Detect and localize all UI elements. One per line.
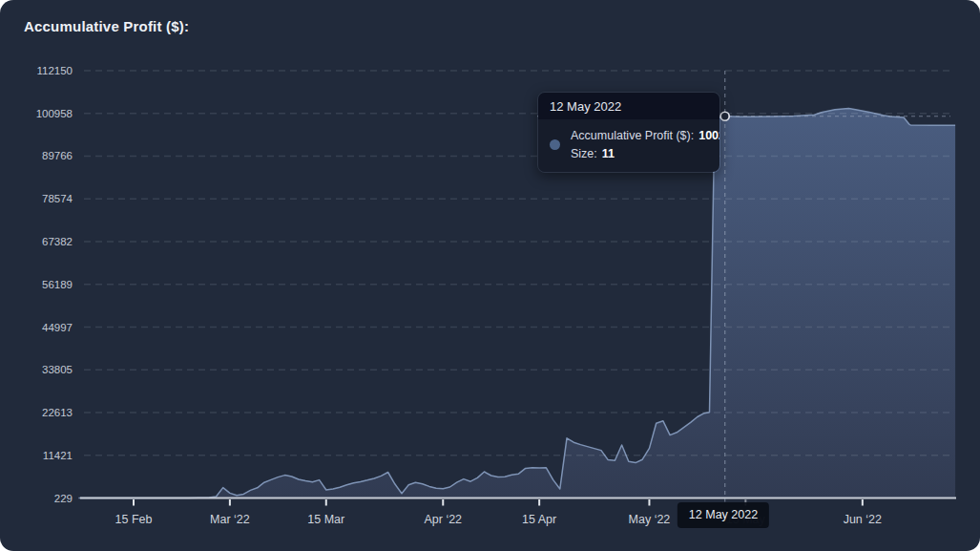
tooltip: 12 May 2022 Accumulative Profit ($):1002… xyxy=(537,92,720,173)
y-axis-label: 112150 xyxy=(36,65,73,76)
y-axis-label: 11421 xyxy=(43,450,73,461)
tooltip-profit-label: Accumulative Profit ($): xyxy=(571,129,694,142)
y-axis-label: 229 xyxy=(54,493,73,504)
tooltip-size-label: Size: xyxy=(571,147,597,160)
y-axis-label: 89766 xyxy=(42,150,73,161)
y-axis-label: 22613 xyxy=(42,407,73,418)
tooltip-row-profit: Accumulative Profit ($):100204 xyxy=(571,128,720,143)
y-axis-label: 78574 xyxy=(42,193,73,204)
area-series xyxy=(78,109,955,498)
chart-canvas[interactable]: 1121501009588976678574673825618944997338… xyxy=(0,0,980,551)
y-axis-label: 67382 xyxy=(42,236,73,247)
crosshair-date-label: 12 May 2022 xyxy=(678,502,769,528)
tooltip-row-size: Size:11 xyxy=(571,146,720,161)
area-fill xyxy=(78,109,955,498)
y-axis-label: 100958 xyxy=(36,108,73,119)
tooltip-rows: Accumulative Profit ($):100204 Size:11 xyxy=(571,128,720,161)
x-axis-label: Jun ‘22 xyxy=(844,513,882,526)
tooltip-profit-value: 100204 xyxy=(699,129,720,142)
tooltip-date: 12 May 2022 xyxy=(538,93,719,119)
x-axis-label: Apr ‘22 xyxy=(424,513,462,526)
x-axis-label: May ‘22 xyxy=(629,513,671,526)
y-axis-label: 56189 xyxy=(42,279,73,290)
tooltip-body: Accumulative Profit ($):100204 Size:11 xyxy=(538,119,719,172)
y-axis-label: 33805 xyxy=(42,364,73,375)
x-axis-label: 15 Apr xyxy=(522,513,556,526)
series-dot-icon xyxy=(550,139,560,150)
x-axis-label: 15 Feb xyxy=(115,513,153,526)
chart-card: Accumulative Profit ($): 112150100958897… xyxy=(0,0,980,551)
hover-marker xyxy=(720,112,729,120)
x-axis-label: 15 Mar xyxy=(307,513,344,526)
tooltip-size-value: 11 xyxy=(602,147,615,160)
x-axis-label: Mar ‘22 xyxy=(210,513,250,526)
y-axis-label: 44997 xyxy=(42,322,73,333)
